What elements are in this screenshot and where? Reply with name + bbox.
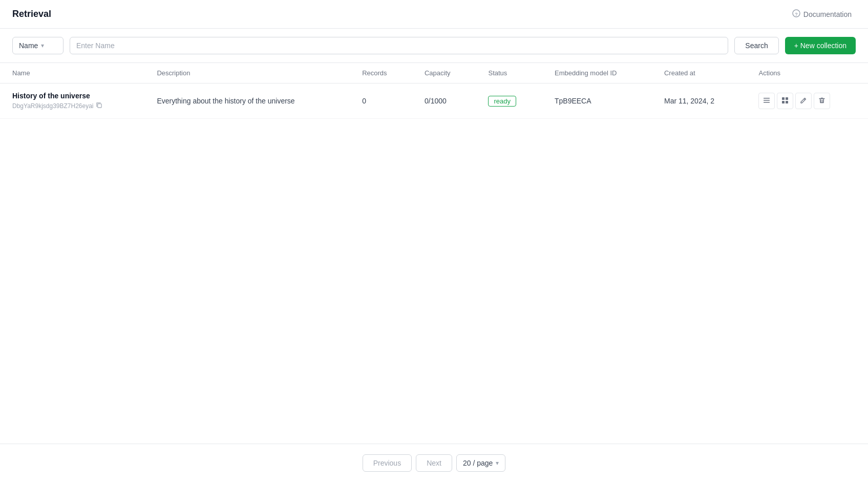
circle-question-icon: ?: [792, 9, 800, 19]
pagination-bar: Previous Next 20 / page ▾: [0, 444, 868, 482]
cell-actions: [746, 83, 868, 119]
svg-rect-8: [782, 101, 785, 103]
table-body: History of the universe DbgYaR9kjsdg39BZ…: [0, 83, 868, 119]
svg-rect-9: [786, 101, 788, 103]
status-badge: ready: [488, 96, 516, 107]
toolbar: Name ▾ Search + New collection: [0, 29, 868, 63]
cell-capacity: 0/1000: [412, 83, 476, 119]
col-header-status: Status: [476, 63, 542, 83]
delete-button[interactable]: [814, 93, 830, 109]
search-input[interactable]: [76, 41, 722, 50]
new-collection-label: + New collection: [794, 41, 846, 50]
previous-button[interactable]: Previous: [363, 454, 412, 472]
list-icon: [763, 97, 770, 106]
filter-label: Name: [19, 41, 38, 50]
action-buttons: [758, 93, 856, 109]
collection-id: DbgYaR9kjsdg39BZ7H26eyai: [12, 102, 132, 110]
search-input-wrapper: [70, 37, 728, 54]
search-button-label: Search: [745, 41, 768, 50]
search-button[interactable]: Search: [734, 37, 778, 54]
list-view-button[interactable]: [758, 93, 775, 109]
col-header-description: Description: [144, 63, 350, 83]
cell-status: ready: [476, 83, 542, 119]
copy-icon[interactable]: [96, 102, 102, 110]
collection-name[interactable]: History of the universe: [12, 92, 132, 100]
svg-rect-3: [764, 98, 770, 99]
svg-rect-2: [97, 104, 101, 108]
svg-rect-7: [786, 97, 788, 100]
next-label: Next: [427, 459, 441, 467]
col-header-capacity: Capacity: [412, 63, 476, 83]
documentation-button[interactable]: ? Documentation: [788, 7, 856, 21]
grid-icon: [781, 97, 789, 106]
collection-id-text: DbgYaR9kjsdg39BZ7H26eyai: [12, 102, 94, 110]
collections-table-container: Name Description Records Capacity Status…: [0, 63, 868, 119]
edit-button[interactable]: [795, 93, 812, 109]
table-row: History of the universe DbgYaR9kjsdg39BZ…: [0, 83, 868, 119]
col-header-actions: Actions: [746, 63, 868, 83]
svg-text:?: ?: [795, 12, 798, 17]
cell-created-at: Mar 11, 2024, 2: [652, 83, 747, 119]
previous-label: Previous: [373, 459, 401, 467]
collections-table: Name Description Records Capacity Status…: [0, 63, 868, 119]
page-title: Retrieval: [12, 9, 51, 19]
filter-dropdown[interactable]: Name ▾: [12, 37, 63, 54]
documentation-label: Documentation: [803, 10, 852, 18]
svg-rect-5: [764, 102, 770, 103]
new-collection-button[interactable]: + New collection: [785, 37, 856, 54]
col-header-embedding: Embedding model ID: [542, 63, 652, 83]
next-button[interactable]: Next: [416, 454, 452, 472]
cell-embedding: TpB9EECA: [542, 83, 652, 119]
col-header-records: Records: [350, 63, 412, 83]
page-size-dropdown[interactable]: 20 / page ▾: [456, 454, 505, 472]
page-size-label: 20 / page: [463, 459, 493, 467]
chevron-down-icon: ▾: [496, 459, 499, 467]
cell-name: History of the universe DbgYaR9kjsdg39BZ…: [0, 83, 144, 119]
cell-records: 0: [350, 83, 412, 119]
edit-icon: [800, 97, 807, 106]
cell-description: Everything about the history of the univ…: [144, 83, 350, 119]
page-header: Retrieval ? Documentation: [0, 0, 868, 29]
chevron-down-icon: ▾: [41, 42, 44, 49]
svg-rect-4: [764, 100, 770, 101]
trash-icon: [818, 97, 825, 106]
col-header-name: Name: [0, 63, 144, 83]
grid-view-button[interactable]: [777, 93, 793, 109]
col-header-created-at: Created at: [652, 63, 747, 83]
table-header: Name Description Records Capacity Status…: [0, 63, 868, 83]
svg-rect-6: [782, 97, 785, 100]
